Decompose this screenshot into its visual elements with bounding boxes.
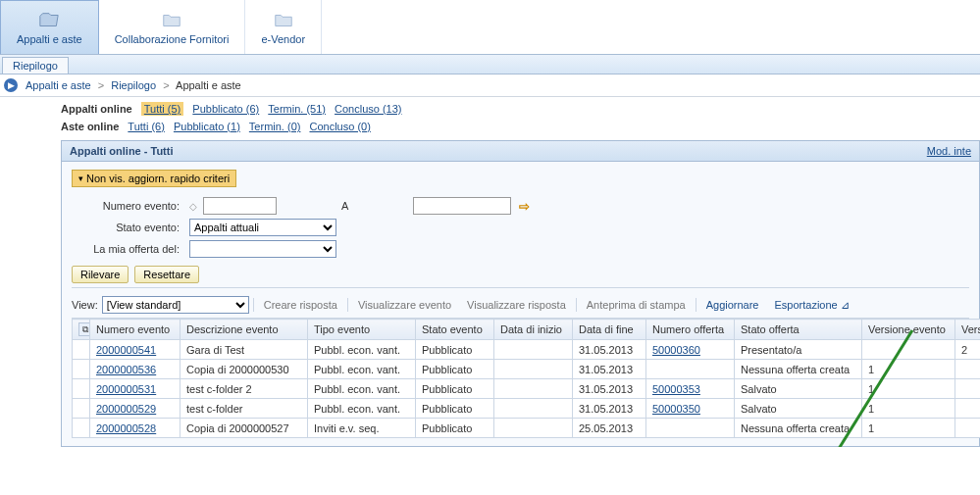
cell-numero-evento: 2000000541 <box>90 340 181 360</box>
cell-fine: 31.05.2013 <box>573 379 646 399</box>
numero-evento-from-input[interactable] <box>203 197 277 215</box>
visualizzare-evento-button[interactable]: Visualizzare evento <box>352 297 457 313</box>
col-inizio[interactable]: Data di inizio <box>494 320 573 340</box>
breadcrumb-item-1[interactable]: Riepilogo <box>111 79 156 91</box>
results-table: ⧉ Numero evento Descrizione evento Tipo … <box>72 319 980 438</box>
table-select-all[interactable]: ⧉ <box>73 320 90 340</box>
cell-stato-offerta: Nessuna offerta creata <box>735 419 862 438</box>
table-row[interactable]: 2000000529test c-folderPubbl. econ. vant… <box>73 399 981 419</box>
toolbar-appalti-aste[interactable]: Appalti e aste <box>0 0 99 54</box>
cell-fine: 25.05.2013 <box>573 419 646 438</box>
breadcrumb-sep: > <box>163 79 169 91</box>
breadcrumb: Appalti e aste > Riepilogo > Appalti e a… <box>26 79 241 91</box>
filter-aste-tutti[interactable]: Tutti (6) <box>128 121 165 132</box>
numero-offerta-link[interactable]: 50000353 <box>652 383 700 395</box>
row-selector[interactable] <box>73 340 90 360</box>
filter-appalti-termin[interactable]: Termin. (51) <box>268 103 326 115</box>
diamond-icon: ◇ <box>189 201 197 212</box>
go-arrow-icon[interactable]: ⇨ <box>517 199 531 213</box>
cell-inizio <box>494 360 573 379</box>
form-mia-offerta: La mia offerta del: <box>81 240 969 258</box>
cell-versione-evento: 1 <box>862 379 955 399</box>
visualizzare-risposta-button[interactable]: Visualizzare risposta <box>461 297 572 313</box>
row-selector[interactable] <box>73 419 90 438</box>
filter-aste-pubblicato[interactable]: Pubblicato (1) <box>174 121 240 132</box>
table-row[interactable]: 2000000528Copia di 2000000527Inviti e.v.… <box>73 419 981 438</box>
col-fine[interactable]: Data di fine <box>573 320 646 340</box>
breadcrumb-row: ▶ Appalti e aste > Riepilogo > Appalti e… <box>0 74 980 97</box>
numero-evento-to-input[interactable] <box>413 197 511 215</box>
cell-stato-offerta: Nessuna offerta creata <box>735 360 862 379</box>
breadcrumb-sep: > <box>98 79 104 91</box>
numero-offerta-link[interactable]: 50000350 <box>652 403 700 415</box>
esportazione-button[interactable]: Esportazione ⊿ <box>769 297 855 314</box>
filter-aste-concluso[interactable]: Concluso (0) <box>309 121 370 132</box>
section-title: Appalti online - Tutti <box>70 145 174 157</box>
cell-numero-evento: 2000000531 <box>90 379 181 399</box>
row-selector[interactable] <box>73 399 90 419</box>
col-versione-offerta[interactable]: Versione offerta <box>955 320 981 340</box>
filter-appalti-label: Appalti online <box>61 103 132 115</box>
col-stato-offerta[interactable]: Stato offerta <box>735 320 862 340</box>
aggiornare-button[interactable]: Aggiornare <box>700 297 765 313</box>
mod-inte-link[interactable]: Mod. inte <box>927 145 971 157</box>
cell-stato-offerta: Salvato <box>735 379 862 399</box>
creare-risposta-button[interactable]: Creare risposta <box>258 297 343 313</box>
criteria-toggle-button[interactable]: Non vis. aggiorn. rapido criteri <box>72 170 236 187</box>
numero-evento-label: Numero evento: <box>81 200 180 212</box>
numero-evento-link[interactable]: 2000000531 <box>96 383 156 395</box>
numero-evento-link[interactable]: 2000000541 <box>96 344 156 356</box>
divider <box>576 298 577 312</box>
folder-icon <box>270 10 297 31</box>
rilevare-button[interactable]: Rilevare <box>72 266 129 283</box>
toolbar-collaborazione[interactable]: Collaborazione Fornitori <box>99 0 246 54</box>
breadcrumb-item-2: Appalti e aste <box>176 79 241 91</box>
col-descrizione[interactable]: Descrizione evento <box>181 320 308 340</box>
form-numero-evento: Numero evento: ◇ A ⇨ <box>81 197 969 215</box>
cell-fine: 31.05.2013 <box>573 399 646 419</box>
breadcrumb-item-0[interactable]: Appalti e aste <box>26 79 91 91</box>
numero-evento-link[interactable]: 2000000536 <box>96 364 156 375</box>
cell-stato: Pubblicato <box>416 379 494 399</box>
mia-offerta-select[interactable] <box>189 240 336 258</box>
col-versione-evento[interactable]: Versione evento <box>862 320 955 340</box>
row-selector[interactable] <box>73 379 90 399</box>
cell-descrizione: Copia di 2000000527 <box>181 419 308 438</box>
filter-appalti-tutti[interactable]: Tutti (5) <box>141 102 184 116</box>
cell-stato: Pubblicato <box>416 399 494 419</box>
table-row[interactable]: 2000000541Gara di TestPubbl. econ. vant.… <box>73 340 981 360</box>
toolbar-evendor[interactable]: e-Vendor <box>245 0 322 54</box>
row-selector[interactable] <box>73 360 90 379</box>
numero-evento-link[interactable]: 2000000529 <box>96 403 156 415</box>
breadcrumb-back-icon[interactable]: ▶ <box>4 78 18 92</box>
table-row[interactable]: 2000000536Copia di 2000000530Pubbl. econ… <box>73 360 981 379</box>
stato-evento-select[interactable]: Appalti attuali <box>189 219 336 236</box>
cell-tipo: Pubbl. econ. vant. <box>308 360 416 379</box>
col-numero-evento[interactable]: Numero evento <box>90 320 181 340</box>
copy-icon[interactable]: ⧉ <box>78 322 90 336</box>
anteprima-button[interactable]: Anteprima di stampa <box>581 297 692 313</box>
cell-versione-evento <box>862 340 955 360</box>
cell-versione-offerta: 2 <box>955 340 981 360</box>
subtab-riepilogo[interactable]: Riepilogo <box>2 57 69 74</box>
numero-evento-link[interactable]: 2000000528 <box>96 422 156 434</box>
main-toolbar: Appalti e aste Collaborazione Fornitori … <box>0 0 980 55</box>
col-stato[interactable]: Stato evento <box>416 320 494 340</box>
form-stato-evento: Stato evento: Appalti attuali <box>81 219 969 236</box>
resettare-button[interactable]: Resettare <box>134 266 199 283</box>
col-tipo[interactable]: Tipo evento <box>308 320 416 340</box>
table-area: View: [View standard] Creare risposta Vi… <box>72 287 969 438</box>
table-row[interactable]: 2000000531test c-folder 2Pubbl. econ. va… <box>73 379 981 399</box>
cell-versione-evento: 1 <box>862 360 955 379</box>
cell-stato-offerta: Presentato/a <box>735 340 862 360</box>
view-select[interactable]: [View standard] <box>102 296 249 314</box>
filter-appalti-pubblicato[interactable]: Pubblicato (6) <box>192 103 259 115</box>
col-numero-offerta[interactable]: Numero offerta <box>646 320 735 340</box>
cell-numero-evento: 2000000529 <box>90 399 181 419</box>
filter-aste-termin[interactable]: Termin. (0) <box>249 121 301 132</box>
cell-versione-evento: 1 <box>862 419 955 438</box>
filter-aste-row: Aste online Tutti (6) Pubblicato (1) Ter… <box>61 121 980 132</box>
filter-appalti-concluso[interactable]: Concluso (13) <box>335 103 401 115</box>
cell-numero-offerta <box>646 360 735 379</box>
numero-offerta-link[interactable]: 50000360 <box>652 344 700 356</box>
